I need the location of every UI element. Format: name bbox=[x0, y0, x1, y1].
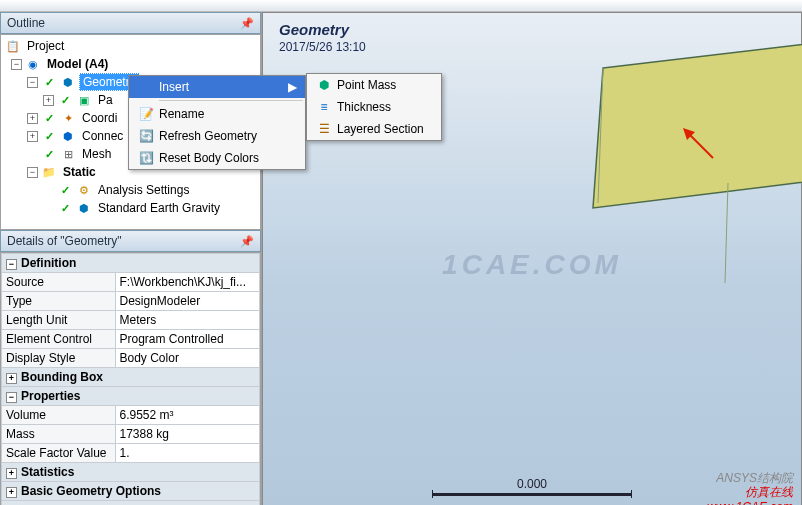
row-type[interactable]: TypeDesignModeler bbox=[2, 292, 260, 311]
settings-icon: ⚙ bbox=[76, 182, 92, 198]
check-icon: ✓ bbox=[57, 182, 73, 198]
outline-title: Outline bbox=[7, 16, 45, 30]
footer-watermark: ANSYS结构院 仿真在线 www.1CAE.com bbox=[707, 471, 793, 505]
watermark: 1CAE.COM bbox=[442, 249, 622, 281]
viewport-title: Geometry bbox=[279, 21, 349, 38]
reset-icon: 🔃 bbox=[133, 151, 159, 165]
menu-refresh-geometry[interactable]: 🔄 Refresh Geometry bbox=[129, 125, 305, 147]
viewport-date: 2017/5/26 13:10 bbox=[279, 40, 366, 54]
group-basic-geom[interactable]: +Basic Geometry Options bbox=[2, 482, 260, 501]
expand-icon[interactable]: + bbox=[27, 113, 38, 124]
layered-icon: ☰ bbox=[311, 122, 337, 136]
geometry-icon: ⬢ bbox=[60, 74, 76, 90]
expand-icon[interactable]: − bbox=[27, 77, 38, 88]
context-menu[interactable]: Insert ▶ 📝 Rename 🔄 Refresh Geometry 🔃 R… bbox=[128, 75, 306, 170]
details-header: Details of "Geometry" 📌 bbox=[0, 230, 261, 252]
expand-icon[interactable]: − bbox=[11, 59, 22, 70]
static-icon: 📁 bbox=[41, 164, 57, 180]
row-display[interactable]: Display StyleBody Color bbox=[2, 349, 260, 368]
group-statistics[interactable]: +Statistics bbox=[2, 463, 260, 482]
details-grid[interactable]: −Definition SourceF:\Workbench\KJ\kj_fi.… bbox=[0, 252, 261, 505]
row-scale[interactable]: Scale Factor Value1. bbox=[2, 444, 260, 463]
row-source[interactable]: SourceF:\Workbench\KJ\kj_fi... bbox=[2, 273, 260, 292]
menu-reset-body-colors[interactable]: 🔃 Reset Body Colors bbox=[129, 147, 305, 169]
menu-insert[interactable]: Insert ▶ bbox=[129, 76, 305, 98]
group-bounding[interactable]: +Bounding Box bbox=[2, 368, 260, 387]
check-icon: ✓ bbox=[57, 200, 73, 216]
coord-icon: ✦ bbox=[60, 110, 76, 126]
pin-icon[interactable]: 📌 bbox=[240, 17, 254, 30]
check-icon: ✓ bbox=[57, 92, 73, 108]
row-element[interactable]: Element ControlProgram Controlled bbox=[2, 330, 260, 349]
rename-icon: 📝 bbox=[133, 107, 159, 121]
part-icon: ▣ bbox=[76, 92, 92, 108]
refresh-icon: 🔄 bbox=[133, 129, 159, 143]
expand-icon[interactable]: + bbox=[43, 95, 54, 106]
expand-icon[interactable]: − bbox=[27, 167, 38, 178]
row-mass[interactable]: Mass17388 kg bbox=[2, 425, 260, 444]
menu-layered-section[interactable]: ☰ Layered Section bbox=[307, 118, 441, 140]
group-definition[interactable]: −Definition bbox=[2, 254, 260, 273]
point-mass-icon: ⬢ bbox=[311, 78, 337, 92]
group-adv-geom[interactable]: +Advanced Geometry Options bbox=[2, 501, 260, 506]
scale-ruler: 0.000 bbox=[432, 477, 632, 498]
thickness-icon: ≡ bbox=[311, 100, 337, 114]
tree-analysis-settings[interactable]: ✓ ⚙ Analysis Settings bbox=[1, 181, 260, 199]
check-icon: ✓ bbox=[41, 146, 57, 162]
gravity-icon: ⬢ bbox=[76, 200, 92, 216]
row-volume[interactable]: Volume6.9552 m³ bbox=[2, 406, 260, 425]
mesh-icon: ⊞ bbox=[60, 146, 76, 162]
pin-icon[interactable]: 📌 bbox=[240, 235, 254, 248]
tree-gravity[interactable]: ✓ ⬢ Standard Earth Gravity bbox=[1, 199, 260, 217]
model-icon: ◉ bbox=[25, 56, 41, 72]
check-icon: ✓ bbox=[41, 110, 57, 126]
svg-line-1 bbox=[725, 183, 728, 283]
tree-model[interactable]: − ◉ Model (A4) bbox=[1, 55, 260, 73]
check-icon: ✓ bbox=[41, 128, 57, 144]
context-submenu[interactable]: ⬢ Point Mass ≡ Thickness ☰ Layered Secti… bbox=[306, 73, 442, 141]
submenu-arrow-icon: ▶ bbox=[288, 80, 301, 94]
red-arrow-annotation bbox=[683, 128, 723, 168]
menu-point-mass[interactable]: ⬢ Point Mass bbox=[307, 74, 441, 96]
outline-header: Outline 📌 bbox=[0, 12, 261, 34]
menu-rename[interactable]: 📝 Rename bbox=[129, 103, 305, 125]
menu-thickness[interactable]: ≡ Thickness bbox=[307, 96, 441, 118]
row-length[interactable]: Length UnitMeters bbox=[2, 311, 260, 330]
group-properties[interactable]: −Properties bbox=[2, 387, 260, 406]
check-icon: ✓ bbox=[41, 74, 57, 90]
expand-icon[interactable]: + bbox=[27, 131, 38, 142]
details-title: Details of "Geometry" bbox=[7, 234, 122, 248]
connect-icon: ⬢ bbox=[60, 128, 76, 144]
tree-project[interactable]: 📋 Project bbox=[1, 37, 260, 55]
svg-marker-0 bbox=[593, 28, 802, 208]
project-icon: 📋 bbox=[5, 38, 21, 54]
